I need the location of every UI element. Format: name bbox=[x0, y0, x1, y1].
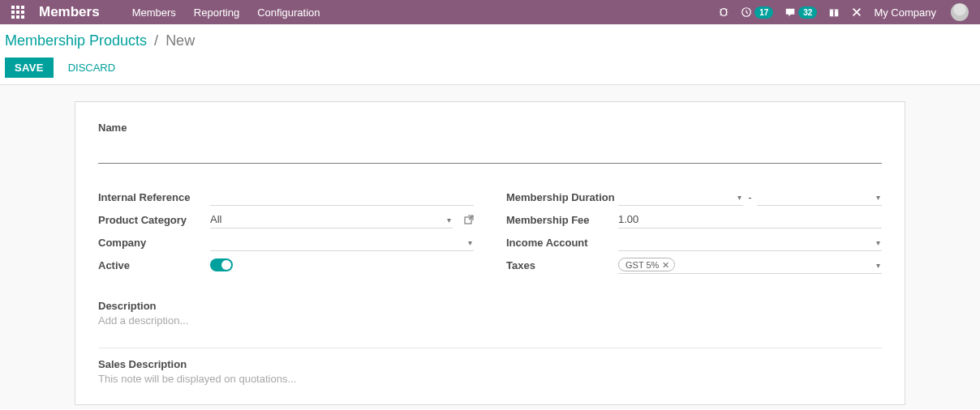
messages-icon[interactable]: 32 bbox=[784, 6, 817, 19]
tax-tag-label: GST 5% bbox=[625, 258, 659, 271]
apps-icon[interactable] bbox=[11, 6, 24, 19]
taxes-label: Taxes bbox=[506, 259, 618, 271]
sales-description-label: Sales Description bbox=[98, 358, 882, 370]
left-column: Internal Reference Product Category ▾ bbox=[98, 186, 474, 277]
form-sheet: Name Internal Reference Product Category… bbox=[75, 101, 905, 405]
svg-rect-0 bbox=[11, 6, 15, 9]
nav-configuration[interactable]: Configuration bbox=[257, 6, 320, 19]
nav-members[interactable]: Members bbox=[132, 6, 176, 19]
form-background: Name Internal Reference Product Category… bbox=[0, 85, 980, 409]
internal-reference-input[interactable] bbox=[210, 188, 474, 206]
description-input[interactable]: Add a description... bbox=[98, 314, 882, 327]
income-account-label: Income Account bbox=[506, 237, 618, 249]
svg-rect-2 bbox=[21, 6, 24, 9]
description-label: Description bbox=[98, 300, 882, 312]
chevron-down-icon: ▾ bbox=[876, 260, 880, 269]
svg-rect-7 bbox=[16, 15, 19, 19]
membership-duration-from[interactable] bbox=[618, 188, 743, 206]
user-avatar[interactable] bbox=[951, 3, 969, 21]
income-account-input[interactable] bbox=[618, 233, 882, 251]
breadcrumb-parent[interactable]: Membership Products bbox=[5, 32, 147, 49]
right-column: Membership Duration ▾ - ▾ Me bbox=[506, 186, 882, 277]
tag-remove-icon[interactable]: ✕ bbox=[662, 258, 669, 271]
membership-duration-label: Membership Duration bbox=[506, 191, 618, 203]
activities-badge: 17 bbox=[754, 6, 773, 19]
debug-icon[interactable] bbox=[718, 6, 729, 18]
internal-reference-label: Internal Reference bbox=[98, 191, 210, 203]
membership-fee-input[interactable] bbox=[618, 211, 882, 228]
nav-reporting[interactable]: Reporting bbox=[194, 6, 239, 19]
membership-fee-label: Membership Fee bbox=[506, 214, 618, 226]
discard-button[interactable]: DISCARD bbox=[58, 58, 126, 78]
company-label: Company bbox=[98, 237, 210, 249]
active-label: Active bbox=[98, 259, 210, 271]
product-category-label: Product Category bbox=[98, 214, 210, 226]
svg-rect-1 bbox=[16, 6, 19, 9]
external-link-icon[interactable] bbox=[464, 215, 474, 224]
active-toggle[interactable] bbox=[210, 258, 233, 271]
taxes-field[interactable]: GST 5% ✕ ▾ bbox=[618, 256, 882, 274]
control-panel: Membership Products / New SAVE DISCARD bbox=[0, 24, 980, 85]
systray: 17 32 My Company bbox=[718, 3, 969, 21]
svg-rect-12 bbox=[834, 10, 836, 17]
tools-icon[interactable] bbox=[851, 6, 862, 18]
company-input[interactable] bbox=[210, 233, 474, 251]
breadcrumb-separator: / bbox=[154, 32, 158, 49]
top-nav: Members Members Reporting Configuration … bbox=[0, 0, 980, 24]
name-label: Name bbox=[98, 122, 882, 134]
app-brand[interactable]: Members bbox=[39, 4, 100, 20]
company-switcher[interactable]: My Company bbox=[874, 6, 936, 19]
gift-icon[interactable] bbox=[828, 6, 840, 18]
breadcrumb-current: New bbox=[165, 32, 195, 49]
duration-separator: - bbox=[748, 191, 751, 203]
activities-icon[interactable]: 17 bbox=[741, 6, 773, 19]
svg-rect-6 bbox=[11, 15, 15, 19]
sales-description-input[interactable]: This note will be displayed on quotation… bbox=[98, 373, 882, 385]
svg-rect-8 bbox=[21, 15, 24, 19]
svg-rect-5 bbox=[21, 11, 24, 14]
breadcrumb: Membership Products / New bbox=[5, 32, 967, 49]
svg-rect-4 bbox=[16, 11, 19, 14]
tax-tag: GST 5% ✕ bbox=[618, 258, 675, 271]
membership-duration-to[interactable] bbox=[757, 188, 882, 206]
product-category-input[interactable] bbox=[210, 211, 453, 228]
messages-badge: 32 bbox=[798, 6, 817, 19]
section-divider bbox=[98, 348, 882, 348]
svg-rect-3 bbox=[11, 11, 15, 14]
name-input[interactable] bbox=[98, 137, 882, 164]
save-button[interactable]: SAVE bbox=[5, 58, 54, 78]
